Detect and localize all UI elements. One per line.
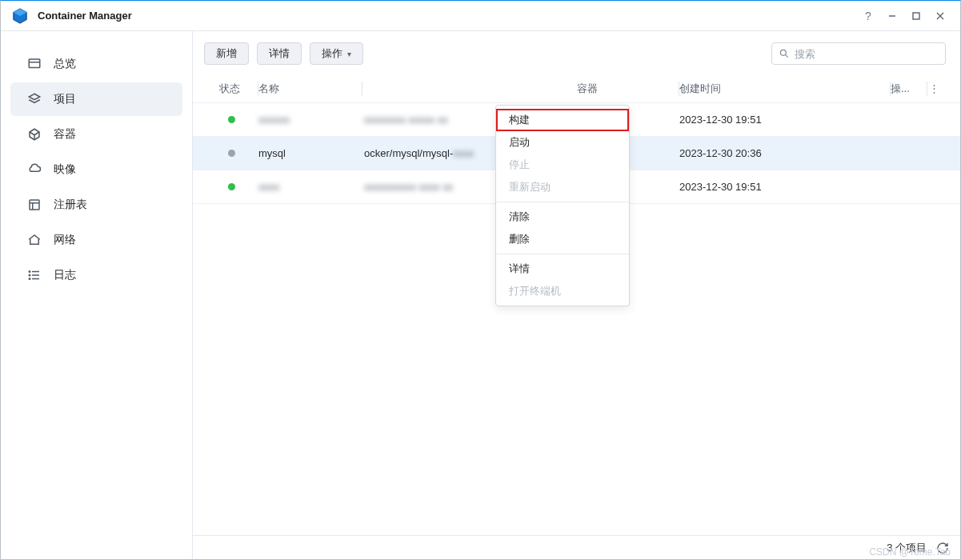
status-dot-running-icon <box>228 183 235 190</box>
name-cell: mysql <box>258 147 362 159</box>
sidebar-item-overview[interactable]: 总览 <box>10 47 182 81</box>
action-dropdown-menu: 构建 启动 停止 重新启动 清除 删除 详情 打开终端机 <box>495 105 630 306</box>
menu-item-restart: 重新启动 <box>496 176 629 198</box>
col-header-created[interactable]: 创建时间 <box>679 82 891 96</box>
network-icon <box>26 232 42 248</box>
svg-point-20 <box>29 274 30 276</box>
sidebar-item-container[interactable]: 容器 <box>10 118 182 151</box>
search-input[interactable] <box>795 48 939 60</box>
detail-button[interactable]: 详情 <box>257 42 302 65</box>
app-title: Container Manager <box>38 10 132 22</box>
svg-point-19 <box>29 271 30 273</box>
item-count: 3 个项目 <box>887 541 927 555</box>
sidebar-item-label: 项目 <box>54 92 76 106</box>
list-icon <box>26 267 42 283</box>
statusbar: 3 个项目 <box>193 535 960 559</box>
sidebar-item-label: 注册表 <box>54 198 87 212</box>
col-header-more[interactable]: ⋮ <box>927 82 945 94</box>
sidebar-item-label: 网络 <box>54 233 76 247</box>
col-header-status[interactable]: 状态 <box>204 82 258 96</box>
menu-item-detail[interactable]: 详情 <box>496 258 629 280</box>
layers-icon <box>26 91 42 107</box>
search-icon <box>779 48 790 59</box>
svg-line-23 <box>785 54 787 57</box>
svg-rect-6 <box>29 59 40 68</box>
menu-item-cleanup[interactable]: 清除 <box>496 206 629 228</box>
help-button[interactable]: ? <box>858 6 879 26</box>
svg-line-11 <box>34 132 39 135</box>
search-box[interactable] <box>771 42 946 65</box>
add-button[interactable]: 新增 <box>204 42 249 65</box>
status-cell <box>204 183 258 190</box>
sidebar-item-label: 映像 <box>54 162 76 177</box>
menu-divider <box>496 254 629 254</box>
sidebar-item-label: 总览 <box>54 57 76 71</box>
sidebar-item-label: 日志 <box>54 268 76 282</box>
sidebar-item-image[interactable]: 映像 <box>10 153 182 186</box>
status-dot-running-icon <box>228 116 235 123</box>
close-button[interactable] <box>930 6 951 26</box>
col-header-name[interactable]: 名称 <box>258 82 362 96</box>
status-cell <box>204 150 258 157</box>
col-header-container[interactable]: 容器 <box>577 82 679 96</box>
sidebar-item-project[interactable]: 项目 <box>10 82 182 116</box>
sidebar-item-log[interactable]: 日志 <box>10 258 182 292</box>
sidebar-item-network[interactable]: 网络 <box>10 223 182 257</box>
cloud-icon <box>26 162 42 178</box>
name-cell: xxxxxx <box>258 114 362 126</box>
menu-item-open-terminal: 打开终端机 <box>496 280 629 302</box>
name-cell: xxxx <box>258 181 362 193</box>
svg-line-10 <box>30 132 34 135</box>
caret-down-icon: ▾ <box>347 50 351 58</box>
menu-divider <box>496 202 629 202</box>
svg-rect-3 <box>913 13 919 19</box>
svg-rect-13 <box>30 200 39 210</box>
menu-item-delete[interactable]: 删除 <box>496 228 629 250</box>
toolbar: 新增 详情 操作▾ <box>193 31 960 74</box>
maximize-button[interactable] <box>906 6 927 26</box>
created-cell: 2023-12-30 19:51 <box>679 114 891 126</box>
main-content: 新增 详情 操作▾ 状态 名称 容器 创建时间 操... ⋮ xxxxxx <box>193 31 960 559</box>
sidebar: 总览 项目 容器 映像 注册表 网络 日志 <box>1 31 193 559</box>
status-dot-stopped-icon <box>228 150 235 157</box>
menu-item-stop: 停止 <box>496 154 629 176</box>
cube-icon <box>26 126 42 142</box>
status-cell <box>204 116 258 123</box>
registry-icon <box>26 197 42 213</box>
refresh-button[interactable] <box>936 542 949 554</box>
svg-point-22 <box>780 50 786 55</box>
minimize-button[interactable] <box>882 6 903 26</box>
window-header: Container Manager ? <box>1 1 960 31</box>
svg-marker-8 <box>29 94 40 100</box>
col-header-op[interactable]: 操... <box>891 82 927 96</box>
sidebar-item-registry[interactable]: 注册表 <box>10 188 182 222</box>
app-icon <box>10 6 30 26</box>
table-header: 状态 名称 容器 创建时间 操... ⋮ <box>193 74 960 103</box>
action-dropdown-button[interactable]: 操作▾ <box>310 42 363 65</box>
menu-item-start[interactable]: 启动 <box>496 131 629 154</box>
sidebar-item-label: 容器 <box>54 127 76 142</box>
created-cell: 2023-12-30 19:51 <box>679 181 891 193</box>
refresh-icon <box>936 542 949 554</box>
created-cell: 2023-12-30 20:36 <box>679 147 891 159</box>
dashboard-icon <box>26 56 42 72</box>
menu-item-build[interactable]: 构建 <box>496 109 629 131</box>
svg-point-21 <box>29 278 30 280</box>
